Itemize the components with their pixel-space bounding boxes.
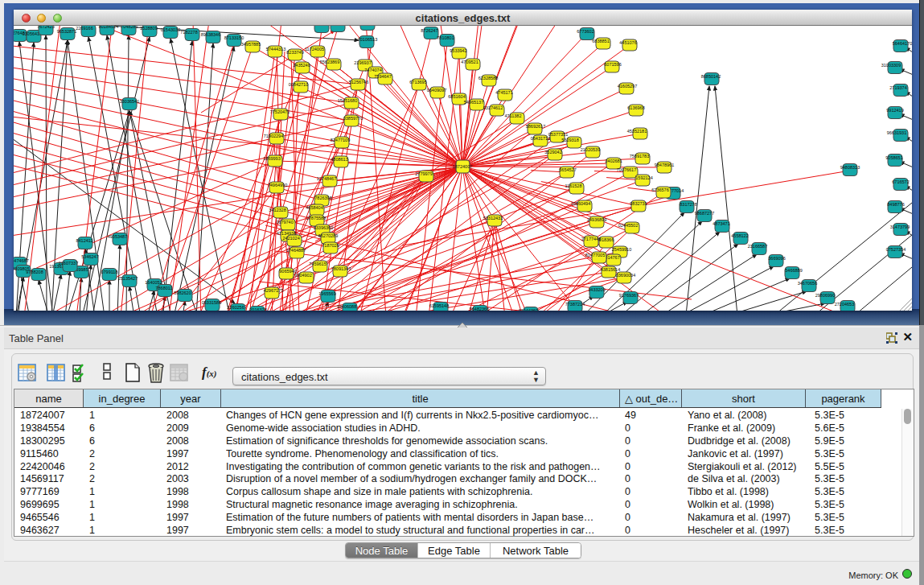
- svg-text:86850142: 86850142: [701, 74, 721, 79]
- svg-text:9904902: 9904902: [294, 273, 311, 278]
- svg-text:17464887: 17464887: [286, 248, 306, 253]
- svg-text:27875588: 27875588: [306, 216, 326, 220]
- svg-text:18724007: 18724007: [453, 164, 473, 169]
- svg-text:61595148: 61595148: [429, 303, 449, 308]
- svg-text:25135427: 25135427: [118, 276, 138, 281]
- svg-text:8498776: 8498776: [887, 202, 904, 207]
- svg-text:7594647: 7594647: [374, 74, 391, 79]
- svg-text:75891783: 75891783: [630, 154, 649, 159]
- svg-text:8726247: 8726247: [421, 28, 437, 33]
- svg-text:78091343: 78091343: [331, 266, 351, 271]
- svg-text:4558122: 4558122: [731, 233, 748, 238]
- svg-text:21020539: 21020539: [581, 147, 600, 152]
- svg-text:91769367: 91769367: [619, 293, 639, 298]
- svg-text:2421024: 2421024: [282, 236, 299, 241]
- svg-text:1640052: 1640052: [145, 280, 162, 285]
- svg-text:03859770: 03859770: [343, 116, 363, 121]
- svg-text:7048281: 7048281: [121, 26, 138, 29]
- svg-text:7868011: 7868011: [155, 286, 172, 290]
- svg-text:15451680: 15451680: [338, 98, 357, 103]
- svg-text:27177449: 27177449: [581, 237, 601, 241]
- svg-text:5654527: 5654527: [559, 167, 576, 172]
- svg-text:93174612: 93174612: [483, 105, 503, 110]
- svg-text:96532871: 96532871: [57, 29, 76, 34]
- svg-text:21607337: 21607337: [59, 261, 78, 266]
- svg-text:4709521: 4709521: [461, 60, 478, 64]
- svg-text:7672423: 7672423: [37, 26, 54, 29]
- svg-text:55623869: 55623869: [320, 60, 339, 64]
- svg-text:06431713: 06431713: [531, 136, 550, 141]
- svg-text:29806990: 29806990: [815, 293, 835, 298]
- svg-text:9788208: 9788208: [26, 270, 43, 274]
- svg-text:52312432: 52312432: [483, 216, 503, 220]
- svg-text:2196937: 2196937: [354, 60, 371, 65]
- svg-text:07527354: 07527354: [886, 247, 906, 252]
- svg-text:9832731: 9832731: [630, 201, 647, 206]
- svg-text:0799118: 0799118: [101, 270, 117, 274]
- svg-text:49353487: 49353487: [108, 234, 127, 239]
- svg-text:87133150: 87133150: [224, 35, 244, 40]
- svg-text:31003309: 31003309: [881, 63, 901, 68]
- svg-text:66270289: 66270289: [318, 233, 338, 238]
- svg-text:2779979: 2779979: [415, 171, 432, 176]
- svg-text:8233749: 8233749: [286, 50, 303, 55]
- svg-text:27204653: 27204653: [835, 302, 854, 307]
- svg-text:6773602: 6773602: [577, 29, 593, 34]
- svg-text:6716572: 6716572: [892, 179, 909, 184]
- svg-text:34670656: 34670656: [798, 281, 817, 286]
- svg-text:0103105: 0103105: [311, 26, 328, 27]
- svg-text:1161528: 1161528: [565, 183, 581, 188]
- svg-text:1965569: 1965569: [318, 291, 335, 296]
- svg-text:5346247: 5346247: [81, 254, 98, 259]
- svg-text:41605297: 41605297: [618, 84, 637, 89]
- svg-text:05377351: 05377351: [548, 132, 568, 137]
- svg-text:06409097: 06409097: [427, 88, 446, 93]
- svg-text:68044369: 68044369: [519, 308, 538, 311]
- svg-text:77520471: 77520471: [270, 109, 290, 114]
- svg-text:93406088: 93406088: [337, 304, 356, 309]
- svg-text:96631931: 96631931: [887, 130, 906, 135]
- svg-text:6851604: 6851604: [448, 94, 465, 99]
- svg-text:9058651: 9058651: [885, 155, 902, 160]
- svg-text:02445502: 02445502: [618, 223, 638, 228]
- svg-text:42967175: 42967175: [264, 288, 283, 293]
- svg-text:7826398: 7826398: [314, 196, 331, 200]
- svg-text:6838851: 6838851: [592, 39, 609, 43]
- svg-text:2719374: 2719374: [889, 85, 906, 90]
- svg-text:7474074: 7474074: [364, 68, 381, 72]
- svg-text:6713695: 6713695: [409, 80, 426, 84]
- svg-text:77387214: 77387214: [565, 302, 585, 307]
- svg-text:3412328: 3412328: [269, 208, 285, 212]
- svg-text:98687277: 98687277: [695, 211, 714, 216]
- svg-text:33036541: 33036541: [120, 99, 139, 104]
- svg-text:2402681: 2402681: [605, 159, 622, 163]
- svg-text:56464170: 56464170: [893, 41, 912, 46]
- svg-text:6136968: 6136968: [627, 105, 644, 110]
- svg-text:0679740: 0679740: [276, 220, 293, 225]
- svg-text:54965137: 54965137: [464, 100, 483, 105]
- svg-text:34957885: 34957885: [241, 42, 261, 47]
- svg-text:81477005: 81477005: [585, 253, 605, 257]
- svg-text:6474687: 6474687: [14, 258, 29, 263]
- svg-text:7810801: 7810801: [437, 35, 454, 40]
- svg-text:7182278: 7182278: [180, 30, 197, 35]
- svg-text:01543039: 01543039: [161, 27, 180, 32]
- svg-text:11724005: 11724005: [305, 47, 324, 51]
- svg-text:71902294: 71902294: [264, 134, 283, 138]
- svg-text:4658404: 4658404: [306, 205, 322, 210]
- svg-text:94808313: 94808313: [840, 165, 860, 170]
- svg-text:80184514: 80184514: [99, 26, 118, 29]
- svg-text:2528809: 2528809: [140, 26, 157, 31]
- svg-text:62328588: 62328588: [478, 76, 498, 80]
- svg-text:1592124: 1592124: [635, 175, 652, 180]
- svg-text:2269166: 2269166: [76, 26, 92, 31]
- svg-text:23166587: 23166587: [748, 244, 767, 249]
- svg-text:98478961: 98478961: [655, 163, 674, 167]
- svg-text:5329318: 5329318: [561, 138, 578, 142]
- svg-text:43815614: 43815614: [601, 267, 620, 272]
- svg-text:7459615: 7459615: [309, 262, 326, 266]
- svg-text:5466889: 5466889: [785, 268, 802, 273]
- svg-text:6071596: 6071596: [604, 62, 621, 67]
- svg-text:82477109: 82477109: [331, 138, 350, 142]
- svg-text:56482366: 56482366: [470, 307, 489, 311]
